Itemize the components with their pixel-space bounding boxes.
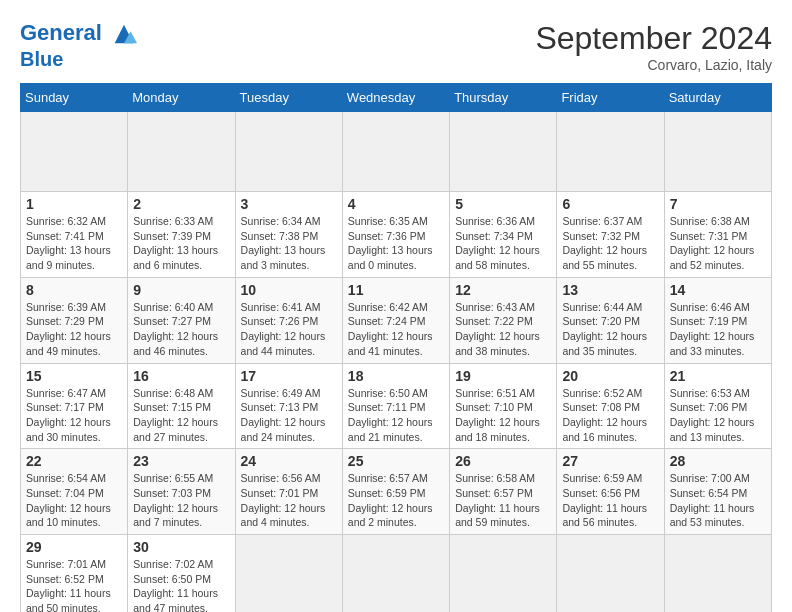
day-number: 3 xyxy=(241,196,337,212)
calendar-cell: 17Sunrise: 6:49 AM Sunset: 7:13 PM Dayli… xyxy=(235,363,342,449)
day-info: Sunrise: 6:54 AM Sunset: 7:04 PM Dayligh… xyxy=(26,471,122,530)
day-info: Sunrise: 6:37 AM Sunset: 7:32 PM Dayligh… xyxy=(562,214,658,273)
day-info: Sunrise: 7:01 AM Sunset: 6:52 PM Dayligh… xyxy=(26,557,122,612)
day-info: Sunrise: 6:34 AM Sunset: 7:38 PM Dayligh… xyxy=(241,214,337,273)
day-info: Sunrise: 6:53 AM Sunset: 7:06 PM Dayligh… xyxy=(670,386,766,445)
day-number: 25 xyxy=(348,453,444,469)
calendar-cell: 18Sunrise: 6:50 AM Sunset: 7:11 PM Dayli… xyxy=(342,363,449,449)
calendar-cell: 5Sunrise: 6:36 AM Sunset: 7:34 PM Daylig… xyxy=(450,192,557,278)
weekday-header-monday: Monday xyxy=(128,84,235,112)
title-block: September 2024 Corvaro, Lazio, Italy xyxy=(535,20,772,73)
day-info: Sunrise: 6:42 AM Sunset: 7:24 PM Dayligh… xyxy=(348,300,444,359)
day-number: 20 xyxy=(562,368,658,384)
day-info: Sunrise: 6:43 AM Sunset: 7:22 PM Dayligh… xyxy=(455,300,551,359)
calendar-week-4: 22Sunrise: 6:54 AM Sunset: 7:04 PM Dayli… xyxy=(21,449,772,535)
logo-text: General xyxy=(20,20,138,48)
day-number: 13 xyxy=(562,282,658,298)
location: Corvaro, Lazio, Italy xyxy=(535,57,772,73)
day-info: Sunrise: 6:50 AM Sunset: 7:11 PM Dayligh… xyxy=(348,386,444,445)
day-number: 11 xyxy=(348,282,444,298)
day-info: Sunrise: 6:39 AM Sunset: 7:29 PM Dayligh… xyxy=(26,300,122,359)
day-number: 2 xyxy=(133,196,229,212)
calendar-cell: 29Sunrise: 7:01 AM Sunset: 6:52 PM Dayli… xyxy=(21,535,128,613)
calendar-cell: 20Sunrise: 6:52 AM Sunset: 7:08 PM Dayli… xyxy=(557,363,664,449)
day-info: Sunrise: 6:49 AM Sunset: 7:13 PM Dayligh… xyxy=(241,386,337,445)
day-number: 6 xyxy=(562,196,658,212)
day-number: 5 xyxy=(455,196,551,212)
calendar-cell: 3Sunrise: 6:34 AM Sunset: 7:38 PM Daylig… xyxy=(235,192,342,278)
day-info: Sunrise: 6:52 AM Sunset: 7:08 PM Dayligh… xyxy=(562,386,658,445)
month-title: September 2024 xyxy=(535,20,772,57)
calendar-cell: 28Sunrise: 7:00 AM Sunset: 6:54 PM Dayli… xyxy=(664,449,771,535)
day-number: 23 xyxy=(133,453,229,469)
calendar-cell: 8Sunrise: 6:39 AM Sunset: 7:29 PM Daylig… xyxy=(21,277,128,363)
day-number: 12 xyxy=(455,282,551,298)
day-info: Sunrise: 6:56 AM Sunset: 7:01 PM Dayligh… xyxy=(241,471,337,530)
calendar-cell: 25Sunrise: 6:57 AM Sunset: 6:59 PM Dayli… xyxy=(342,449,449,535)
day-info: Sunrise: 6:47 AM Sunset: 7:17 PM Dayligh… xyxy=(26,386,122,445)
calendar-cell: 10Sunrise: 6:41 AM Sunset: 7:26 PM Dayli… xyxy=(235,277,342,363)
weekday-header-friday: Friday xyxy=(557,84,664,112)
day-info: Sunrise: 6:59 AM Sunset: 6:56 PM Dayligh… xyxy=(562,471,658,530)
page-header: General Blue September 2024 Corvaro, Laz… xyxy=(20,20,772,73)
day-number: 24 xyxy=(241,453,337,469)
calendar-cell xyxy=(128,112,235,192)
calendar-cell: 4Sunrise: 6:35 AM Sunset: 7:36 PM Daylig… xyxy=(342,192,449,278)
day-number: 28 xyxy=(670,453,766,469)
calendar-cell: 27Sunrise: 6:59 AM Sunset: 6:56 PM Dayli… xyxy=(557,449,664,535)
day-info: Sunrise: 6:41 AM Sunset: 7:26 PM Dayligh… xyxy=(241,300,337,359)
calendar-cell: 9Sunrise: 6:40 AM Sunset: 7:27 PM Daylig… xyxy=(128,277,235,363)
calendar-cell xyxy=(664,535,771,613)
day-info: Sunrise: 6:51 AM Sunset: 7:10 PM Dayligh… xyxy=(455,386,551,445)
day-info: Sunrise: 6:46 AM Sunset: 7:19 PM Dayligh… xyxy=(670,300,766,359)
day-number: 1 xyxy=(26,196,122,212)
day-info: Sunrise: 6:55 AM Sunset: 7:03 PM Dayligh… xyxy=(133,471,229,530)
calendar-cell xyxy=(664,112,771,192)
calendar-cell: 16Sunrise: 6:48 AM Sunset: 7:15 PM Dayli… xyxy=(128,363,235,449)
calendar-table: SundayMondayTuesdayWednesdayThursdayFrid… xyxy=(20,83,772,612)
weekday-header-thursday: Thursday xyxy=(450,84,557,112)
day-number: 30 xyxy=(133,539,229,555)
weekday-header-tuesday: Tuesday xyxy=(235,84,342,112)
day-number: 27 xyxy=(562,453,658,469)
calendar-cell: 19Sunrise: 6:51 AM Sunset: 7:10 PM Dayli… xyxy=(450,363,557,449)
calendar-cell: 26Sunrise: 6:58 AM Sunset: 6:57 PM Dayli… xyxy=(450,449,557,535)
day-info: Sunrise: 6:40 AM Sunset: 7:27 PM Dayligh… xyxy=(133,300,229,359)
calendar-cell xyxy=(342,112,449,192)
day-info: Sunrise: 6:33 AM Sunset: 7:39 PM Dayligh… xyxy=(133,214,229,273)
calendar-week-1: 1Sunrise: 6:32 AM Sunset: 7:41 PM Daylig… xyxy=(21,192,772,278)
day-info: Sunrise: 7:02 AM Sunset: 6:50 PM Dayligh… xyxy=(133,557,229,612)
calendar-cell: 24Sunrise: 6:56 AM Sunset: 7:01 PM Dayli… xyxy=(235,449,342,535)
calendar-cell xyxy=(21,112,128,192)
calendar-cell xyxy=(450,112,557,192)
day-info: Sunrise: 7:00 AM Sunset: 6:54 PM Dayligh… xyxy=(670,471,766,530)
calendar-cell: 11Sunrise: 6:42 AM Sunset: 7:24 PM Dayli… xyxy=(342,277,449,363)
calendar-cell: 1Sunrise: 6:32 AM Sunset: 7:41 PM Daylig… xyxy=(21,192,128,278)
weekday-header-row: SundayMondayTuesdayWednesdayThursdayFrid… xyxy=(21,84,772,112)
day-info: Sunrise: 6:48 AM Sunset: 7:15 PM Dayligh… xyxy=(133,386,229,445)
day-info: Sunrise: 6:58 AM Sunset: 6:57 PM Dayligh… xyxy=(455,471,551,530)
day-number: 14 xyxy=(670,282,766,298)
calendar-week-5: 29Sunrise: 7:01 AM Sunset: 6:52 PM Dayli… xyxy=(21,535,772,613)
day-info: Sunrise: 6:35 AM Sunset: 7:36 PM Dayligh… xyxy=(348,214,444,273)
calendar-cell: 6Sunrise: 6:37 AM Sunset: 7:32 PM Daylig… xyxy=(557,192,664,278)
calendar-week-0 xyxy=(21,112,772,192)
calendar-cell: 21Sunrise: 6:53 AM Sunset: 7:06 PM Dayli… xyxy=(664,363,771,449)
calendar-week-3: 15Sunrise: 6:47 AM Sunset: 7:17 PM Dayli… xyxy=(21,363,772,449)
day-number: 9 xyxy=(133,282,229,298)
day-number: 22 xyxy=(26,453,122,469)
calendar-cell: 13Sunrise: 6:44 AM Sunset: 7:20 PM Dayli… xyxy=(557,277,664,363)
weekday-header-wednesday: Wednesday xyxy=(342,84,449,112)
day-info: Sunrise: 6:57 AM Sunset: 6:59 PM Dayligh… xyxy=(348,471,444,530)
calendar-cell: 23Sunrise: 6:55 AM Sunset: 7:03 PM Dayli… xyxy=(128,449,235,535)
calendar-cell: 14Sunrise: 6:46 AM Sunset: 7:19 PM Dayli… xyxy=(664,277,771,363)
calendar-cell: 12Sunrise: 6:43 AM Sunset: 7:22 PM Dayli… xyxy=(450,277,557,363)
day-number: 19 xyxy=(455,368,551,384)
day-number: 18 xyxy=(348,368,444,384)
day-info: Sunrise: 6:32 AM Sunset: 7:41 PM Dayligh… xyxy=(26,214,122,273)
day-number: 8 xyxy=(26,282,122,298)
day-number: 29 xyxy=(26,539,122,555)
day-number: 7 xyxy=(670,196,766,212)
day-info: Sunrise: 6:44 AM Sunset: 7:20 PM Dayligh… xyxy=(562,300,658,359)
calendar-cell xyxy=(235,112,342,192)
